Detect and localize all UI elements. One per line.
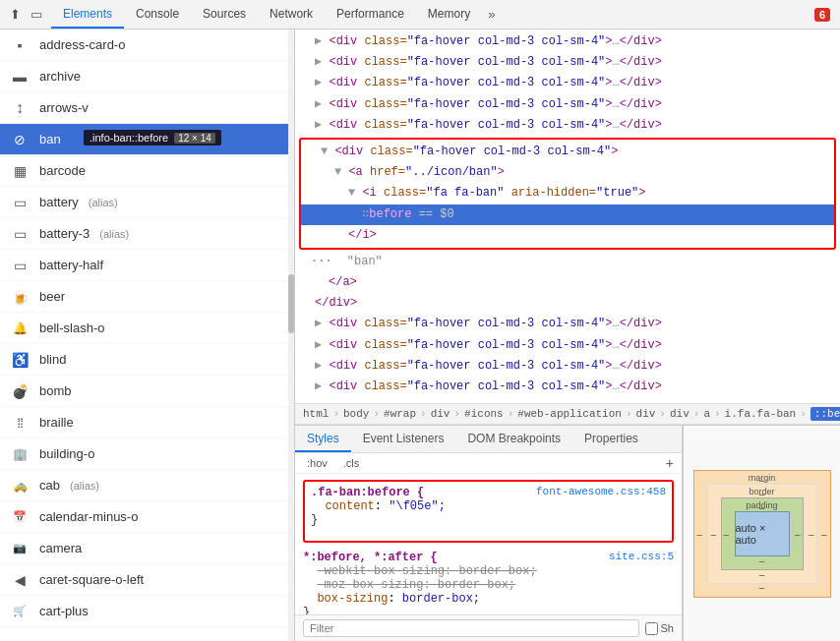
tab-properties[interactable]: Properties bbox=[572, 426, 650, 452]
sidebar-item-label: battery-half bbox=[39, 258, 103, 272]
sidebar-item-braille[interactable]: ⣿ braille bbox=[0, 407, 294, 438]
breadcrumb-html[interactable]: html bbox=[303, 408, 329, 420]
tab-performance[interactable]: Performance bbox=[325, 0, 416, 29]
braille-icon: ⣿ bbox=[10, 413, 30, 433]
sidebar-item-label: battery bbox=[39, 195, 79, 209]
box-content-value: auto × auto bbox=[736, 522, 789, 546]
sidebar-item-label: ban bbox=[39, 132, 61, 146]
tooltip-size: 12 × 14 bbox=[174, 133, 215, 144]
html-line-before: ∷before == $0 bbox=[301, 204, 834, 225]
sidebar-item-caret-square-o-left[interactable]: ◀ caret-square-o-left bbox=[0, 564, 294, 596]
styles-panel: Styles Event Listeners DOM Breakpoints P… bbox=[295, 426, 683, 641]
breadcrumb-div2[interactable]: div bbox=[636, 408, 656, 420]
tab-memory[interactable]: Memory bbox=[416, 0, 482, 29]
red-box-annotation: ▼ <div class="fa-hover col-md-3 col-sm-4… bbox=[299, 138, 836, 250]
sidebar-item-arrows-v[interactable]: ↕ arrows-v bbox=[0, 92, 294, 124]
css-file-link[interactable]: site.css:5 bbox=[609, 551, 674, 562]
bottom-panels: Styles Event Listeners DOM Breakpoints P… bbox=[295, 425, 840, 641]
html-line-close-a: </a> bbox=[295, 272, 840, 293]
panel-tabs: Styles Event Listeners DOM Breakpoints P… bbox=[295, 426, 682, 453]
css-prop: content bbox=[325, 499, 374, 513]
sidebar-item-cart-plus[interactable]: 🛒 cart-plus bbox=[0, 596, 294, 627]
sidebar-item-calendar-minus-o[interactable]: 📅 calendar-minus-o bbox=[0, 501, 294, 533]
building-o-icon: 🏢 bbox=[10, 444, 30, 464]
right-panel: ▶ <div class="fa-hover col-md-3 col-sm-4… bbox=[295, 29, 840, 641]
caret-square-o-left-icon: ◀ bbox=[10, 570, 30, 590]
sidebar-item-beer[interactable]: 🍺 beer bbox=[0, 281, 294, 313]
battery-3-icon: ▭ bbox=[10, 224, 30, 244]
box-right-dash: – bbox=[821, 528, 827, 539]
sidebar-item-alias: (alias) bbox=[70, 480, 99, 492]
css-selector: *:before, *:after { bbox=[303, 551, 438, 564]
breadcrumb-i-fa-ban[interactable]: i.fa.fa-ban bbox=[725, 408, 797, 420]
html-line: ▶ <div class="fa-hover col-md-3 col-sm-4… bbox=[295, 73, 840, 93]
battery-half-icon: ▭ bbox=[10, 256, 30, 275]
sidebar-item-label: caret-square-o-left bbox=[39, 572, 144, 587]
tooltip-text: .info-ban::before bbox=[90, 132, 168, 144]
box-border-right: – bbox=[809, 528, 814, 539]
tab-styles[interactable]: Styles bbox=[295, 426, 351, 452]
filter-checkbox-input[interactable] bbox=[645, 622, 658, 635]
html-line: ▶ <div class="fa-hover col-md-3 col-sm-4… bbox=[295, 314, 840, 334]
sidebar-item-battery-half[interactable]: ▭ battery-half bbox=[0, 250, 294, 281]
css-val: border-box; bbox=[402, 592, 480, 606]
breadcrumb-before[interactable]: ::before bbox=[810, 407, 840, 421]
elements-area[interactable]: ▶ <div class="fa-hover col-md-3 col-sm-4… bbox=[295, 29, 840, 403]
css-file-link[interactable]: font-awesome.css:458 bbox=[536, 486, 666, 497]
css-rule-box-sizing: site.css:5 *:before, *:after { -webkit-b… bbox=[303, 551, 674, 614]
scrollbar-thumb[interactable] bbox=[288, 274, 294, 333]
sidebar-item-bell-slash-o[interactable]: 🔔 bell-slash-o bbox=[0, 313, 294, 344]
bomb-icon: 💣 bbox=[10, 381, 30, 401]
hov-button[interactable]: :hov bbox=[303, 455, 331, 471]
sidebar-item-camera[interactable]: 📷 camera bbox=[0, 533, 294, 564]
tab-network[interactable]: Network bbox=[258, 0, 325, 29]
sidebar-item-building-o[interactable]: 🏢 building-o bbox=[0, 438, 294, 470]
sidebar-item-alias: (alias) bbox=[89, 197, 118, 208]
box-border-left: – bbox=[711, 528, 717, 539]
sidebar-item-alias: (alias) bbox=[99, 228, 129, 240]
breadcrumb-body[interactable]: body bbox=[343, 408, 369, 420]
css-prop-webkit: -webkit-box-sizing: border-box; bbox=[317, 564, 536, 578]
sidebar-item-blind[interactable]: ♿ blind bbox=[0, 344, 294, 376]
css-brace: } bbox=[303, 606, 310, 614]
cls-button[interactable]: .cls bbox=[339, 455, 364, 471]
html-line-a: ▼ <a href="../icon/ban"> bbox=[301, 162, 834, 183]
tab-dom-breakpoints[interactable]: DOM Breakpoints bbox=[455, 426, 572, 452]
sidebar-item-label: building-o bbox=[39, 446, 94, 461]
filter-checkbox-label: Sh bbox=[661, 622, 674, 634]
main-area: .info-ban::before 12 × 14 ▪ address-card… bbox=[0, 29, 840, 641]
cab-icon: 🚕 bbox=[10, 476, 30, 495]
device-icon[interactable]: ▭ bbox=[28, 6, 45, 24]
more-tabs-button[interactable]: » bbox=[482, 7, 501, 22]
cursor-icon[interactable]: ⬆ bbox=[6, 6, 24, 24]
sidebar-item-battery[interactable]: ▭ battery (alias) bbox=[0, 187, 294, 218]
sidebar-item-barcode[interactable]: ▦ barcode bbox=[0, 155, 294, 187]
breadcrumb-icons[interactable]: #icons bbox=[464, 408, 504, 420]
breadcrumb-div3[interactable]: div bbox=[670, 408, 690, 420]
sidebar-item-archive[interactable]: ▬ archive bbox=[0, 61, 294, 92]
breadcrumb-web-app[interactable]: #web-application bbox=[517, 408, 622, 420]
filter-checkbox[interactable]: Sh bbox=[645, 622, 674, 635]
sidebar: .info-ban::before 12 × 14 ▪ address-card… bbox=[0, 29, 295, 641]
sidebar-item-battery-3[interactable]: ▭ battery-3 (alias) bbox=[0, 218, 294, 250]
box-padding-bottom: – bbox=[759, 555, 765, 566]
html-line: ▶ <div class="fa-hover col-md-3 col-sm-4… bbox=[295, 94, 840, 115]
breadcrumb-a[interactable]: a bbox=[703, 408, 710, 420]
sidebar-item-cab[interactable]: 🚕 cab (alias) bbox=[0, 470, 294, 501]
filter-input[interactable] bbox=[303, 619, 639, 637]
add-style-button[interactable]: + bbox=[666, 455, 674, 471]
box-padding-left: – bbox=[724, 528, 730, 539]
breadcrumb-div1[interactable]: div bbox=[431, 408, 450, 420]
tooltip-tag: .info-ban::before 12 × 14 bbox=[84, 130, 221, 146]
tab-elements[interactable]: Elements bbox=[51, 0, 124, 29]
tab-console[interactable]: Console bbox=[124, 0, 191, 29]
breadcrumb-wrap[interactable]: #wrap bbox=[384, 408, 416, 420]
sidebar-item-bomb[interactable]: 💣 bomb bbox=[0, 376, 294, 407]
styles-content[interactable]: font-awesome.css:458 .fa-ban:before { co… bbox=[295, 474, 682, 614]
tab-sources[interactable]: Sources bbox=[191, 0, 258, 29]
scrollbar-track[interactable] bbox=[288, 29, 294, 641]
tab-event-listeners[interactable]: Event Listeners bbox=[351, 426, 456, 452]
cart-plus-icon: 🛒 bbox=[10, 602, 30, 621]
battery-icon: ▭ bbox=[10, 193, 30, 212]
sidebar-item-address-card-o[interactable]: ▪ address-card-o bbox=[0, 29, 294, 61]
